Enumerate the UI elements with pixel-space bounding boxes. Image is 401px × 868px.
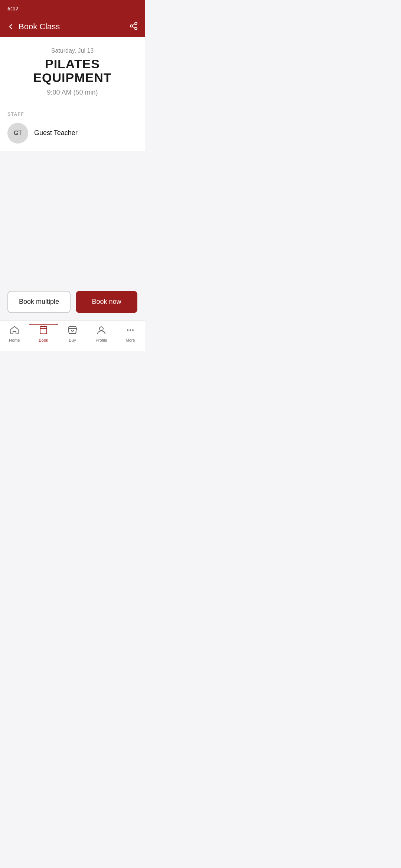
- book-icon: [39, 325, 48, 336]
- nav-label-home: Home: [9, 338, 20, 342]
- nav-label-book: Book: [39, 338, 48, 342]
- svg-point-0: [135, 22, 137, 24]
- class-date: Saturday, Jul 13: [7, 47, 137, 54]
- nav-label-more: More: [125, 338, 135, 342]
- back-button[interactable]: [7, 23, 15, 31]
- nav-item-book[interactable]: Book: [29, 324, 58, 342]
- svg-line-3: [133, 26, 135, 28]
- empty-content-area: [0, 151, 145, 285]
- profile-icon: [97, 325, 106, 336]
- nav-item-profile[interactable]: Profile: [87, 325, 116, 342]
- svg-point-1: [130, 25, 133, 27]
- buy-icon: [68, 325, 77, 336]
- bottom-navigation: Home Book Buy: [0, 320, 145, 351]
- status-bar: 5:17: [0, 0, 145, 16]
- home-icon: [10, 325, 19, 336]
- class-name: PILATES EQUIPMENT: [7, 57, 137, 85]
- class-info-section: Saturday, Jul 13 PILATES EQUIPMENT 9:00 …: [0, 37, 145, 104]
- nav-item-more[interactable]: More: [116, 325, 145, 342]
- header-left: Book Class: [7, 22, 60, 32]
- header-title: Book Class: [19, 22, 60, 32]
- staff-name: Guest Teacher: [34, 129, 78, 137]
- staff-avatar: GT: [7, 123, 28, 144]
- nav-item-buy[interactable]: Buy: [58, 325, 87, 342]
- main-layout: Saturday, Jul 13 PILATES EQUIPMENT 9:00 …: [0, 37, 145, 351]
- svg-rect-5: [40, 326, 47, 334]
- nav-label-buy: Buy: [69, 338, 76, 342]
- nav-label-profile: Profile: [95, 338, 107, 342]
- class-time: 9:00 AM (50 min): [7, 89, 137, 96]
- action-buttons-section: Book multiple Book now: [0, 285, 145, 320]
- svg-point-10: [127, 329, 128, 331]
- staff-section: STAFF GT Guest Teacher: [0, 104, 145, 151]
- svg-point-9: [100, 327, 103, 331]
- status-time: 5:17: [7, 5, 19, 11]
- svg-point-2: [135, 27, 137, 30]
- more-icon: [125, 325, 135, 336]
- svg-point-11: [130, 329, 131, 331]
- nav-item-home[interactable]: Home: [0, 325, 29, 342]
- share-button[interactable]: [129, 22, 138, 32]
- staff-section-label: STAFF: [7, 112, 137, 117]
- book-multiple-button[interactable]: Book multiple: [7, 291, 71, 313]
- svg-point-12: [132, 329, 134, 331]
- app-header: Book Class: [0, 16, 145, 37]
- svg-line-4: [133, 24, 135, 25]
- staff-item: GT Guest Teacher: [7, 123, 137, 144]
- book-now-button[interactable]: Book now: [76, 291, 137, 313]
